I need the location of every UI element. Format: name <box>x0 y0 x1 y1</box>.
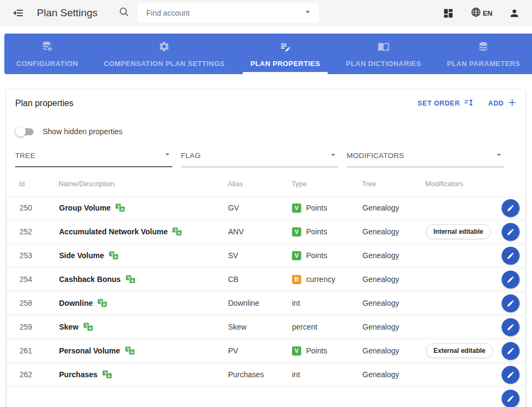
row-type: Points <box>306 204 327 212</box>
table-row: 259 Skew A Skew percent Genealogy <box>7 316 525 338</box>
user-profile-icon[interactable] <box>509 8 520 19</box>
translate-icon[interactable]: A <box>109 251 119 260</box>
row-name-cell: Group Volume A <box>59 204 228 212</box>
table-row: 254 Cashback Bonus A CB B currency Genea… <box>7 268 525 291</box>
row-name-cell: Accumulated Network Volume A <box>59 227 228 236</box>
modificator-chip: Internal editable <box>426 224 491 239</box>
tab-label: CONFIGURATION <box>16 60 78 68</box>
table-row: 258 Downline A Downline int Genealogy <box>7 292 525 314</box>
show-hidden-toggle[interactable] <box>15 126 35 137</box>
tab-plan-parameters[interactable]: PLAN PARAMETERS <box>439 34 528 74</box>
edit-button[interactable] <box>502 199 520 217</box>
row-type: Points <box>306 346 327 355</box>
row-name: Group Volume <box>59 204 111 212</box>
row-id: 252 <box>7 227 59 236</box>
tree-filter-label: TREE <box>15 152 163 160</box>
tab-plan-properties[interactable]: PLAN PROPERTIES <box>243 34 328 74</box>
svg-text:A: A <box>103 302 106 307</box>
edit-button[interactable] <box>502 247 520 265</box>
edit-button[interactable] <box>502 271 520 288</box>
row-edit-cell <box>500 390 525 407</box>
translate-icon[interactable]: A <box>102 370 112 379</box>
svg-text:A: A <box>88 326 92 331</box>
tree-filter-select[interactable]: TREE <box>15 149 172 167</box>
collapse-menu-icon[interactable] <box>12 6 25 19</box>
panel-title: Plan properties <box>15 99 74 108</box>
set-order-button[interactable]: SET ORDER <box>418 98 474 109</box>
modificators-filter-select[interactable]: MODIFICATORS <box>347 149 504 167</box>
modificator-chip: External editable <box>426 343 493 358</box>
row-name-cell: Personal Volume A <box>59 346 228 355</box>
dashboard-icon[interactable] <box>443 8 454 19</box>
chevron-down-icon <box>163 149 172 161</box>
translate-icon[interactable]: A <box>115 204 125 212</box>
translate-icon[interactable]: A <box>98 299 107 307</box>
row-type-cell: B currency <box>292 275 362 284</box>
add-label: ADD <box>488 100 504 107</box>
row-tree: Genealogy <box>362 346 426 355</box>
translate-icon[interactable]: A <box>83 323 93 331</box>
plan-properties-panel: Plan properties SET ORDER ADD <box>7 89 525 407</box>
edit-button[interactable] <box>502 318 520 336</box>
row-id: 262 <box>7 370 59 379</box>
edit-button[interactable] <box>502 342 520 360</box>
row-id: 253 <box>7 251 59 260</box>
table-row: 252 Accumulated Network Volume A ANV V P… <box>7 220 525 243</box>
search-icon[interactable] <box>118 6 130 20</box>
tab-compensation-plan-settings[interactable]: COMPENSATION PLAN SETTINGS <box>96 34 232 74</box>
translate-icon[interactable]: A <box>125 346 135 355</box>
table-row: A <box>7 387 525 407</box>
row-edit-cell <box>500 366 525 384</box>
row-type: int <box>292 370 300 379</box>
sort-order-icon <box>464 98 474 109</box>
row-name-cell: Skew A <box>59 323 228 331</box>
row-tree: Genealogy <box>362 370 426 379</box>
tab-plan-dictionaries[interactable]: PLAN DICTIONARIES <box>338 34 429 74</box>
table-row: 262 Purchases A Purchases int Genealogy <box>7 363 525 386</box>
svg-text:A: A <box>121 207 124 212</box>
type-badge: V <box>292 227 301 237</box>
svg-text:A: A <box>107 373 111 378</box>
chevron-down-icon <box>328 150 338 162</box>
edit-button[interactable] <box>502 223 520 241</box>
row-type-cell: percent <box>292 323 362 331</box>
row-id: 259 <box>7 323 59 331</box>
row-type-cell: int <box>292 299 362 307</box>
svg-text:A: A <box>130 350 133 355</box>
row-tree: Genealogy <box>362 227 426 236</box>
edit-button[interactable] <box>502 294 520 312</box>
row-id: 250 <box>7 204 59 212</box>
language-switcher[interactable]: EN <box>470 6 492 19</box>
column-header-name: Name/Description <box>59 180 228 188</box>
row-alias: Downline <box>228 299 292 307</box>
find-account-select[interactable]: Find account <box>138 3 319 23</box>
row-type: Points <box>306 227 327 236</box>
tab-label: PLAN PARAMETERS <box>447 60 520 68</box>
row-name-cell: Purchases A <box>59 370 228 379</box>
row-tree: Genealogy <box>362 251 426 260</box>
svg-text:A: A <box>178 231 181 235</box>
row-alias: Skew <box>228 323 292 331</box>
plus-icon <box>508 98 517 109</box>
translate-icon[interactable]: A <box>126 275 135 284</box>
topbar-actions: EN <box>443 6 520 19</box>
show-hidden-label: Show hidden properties <box>43 127 122 136</box>
type-badge: V <box>292 204 301 213</box>
modificators-filter-label: MODIFICATORS <box>347 152 494 160</box>
edit-button[interactable] <box>502 366 520 384</box>
row-modificator-cell: Internal editable <box>426 224 500 239</box>
tab-configuration[interactable]: CONFIGURATION <box>9 34 86 74</box>
panel-actions: SET ORDER ADD <box>418 98 517 109</box>
row-alias: CB <box>228 275 292 284</box>
chevron-down-icon <box>494 150 504 162</box>
row-tree: Genealogy <box>362 323 426 331</box>
row-type: int <box>292 299 300 307</box>
row-alias: GV <box>228 204 292 212</box>
translate-icon[interactable]: A <box>172 227 182 236</box>
row-edit-cell <box>500 318 525 336</box>
edit-button[interactable] <box>502 390 520 407</box>
flag-filter-select[interactable]: FLAG <box>181 149 338 167</box>
row-type: percent <box>292 323 317 331</box>
add-button[interactable]: ADD <box>488 98 517 109</box>
row-alias: SV <box>228 251 292 260</box>
